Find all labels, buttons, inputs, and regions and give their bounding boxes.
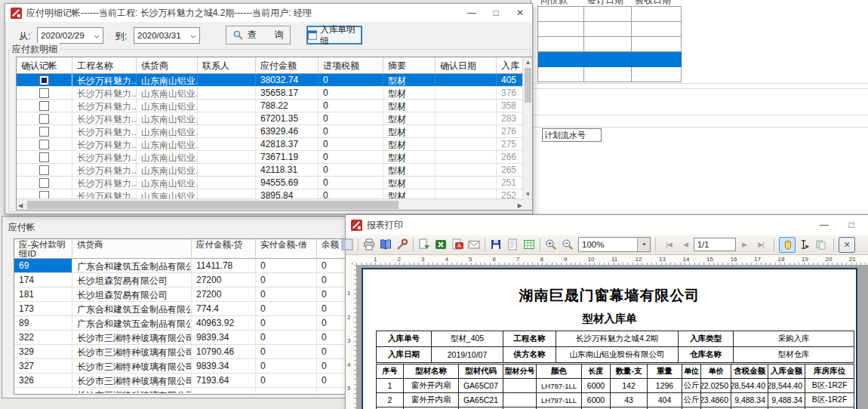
cell[interactable]: 长沙万科魅力... xyxy=(72,177,137,189)
checkbox-cell[interactable] xyxy=(17,112,72,125)
chevron-down-icon[interactable] xyxy=(637,238,650,251)
column-header[interactable]: 入库 xyxy=(497,57,524,73)
column-header[interactable]: 应-实付款明细ID xyxy=(14,239,72,258)
table-row[interactable]: 长沙万科魅力...山东南山铝业...788.220型材358 xyxy=(17,100,524,112)
cell[interactable]: 0 xyxy=(256,374,317,387)
table-row[interactable] xyxy=(537,22,682,37)
cell[interactable] xyxy=(198,125,256,137)
cell[interactable]: 405 xyxy=(497,74,524,86)
cell[interactable]: 251 xyxy=(497,177,524,189)
cell[interactable]: 73671.19 xyxy=(256,151,319,163)
cell[interactable]: 山东南山铝业... xyxy=(137,138,198,150)
cell[interactable]: 0 xyxy=(256,331,317,344)
cell[interactable] xyxy=(436,100,497,112)
cell[interactable]: 0 xyxy=(256,345,317,358)
cell[interactable]: 69 xyxy=(14,259,72,272)
column-header[interactable]: 确认日期 xyxy=(436,57,497,73)
column-header[interactable]: 应付金额 xyxy=(256,57,319,73)
checkbox[interactable] xyxy=(39,88,49,98)
cell[interactable]: 长沙万科魅力... xyxy=(72,74,137,86)
cell[interactable]: 275 xyxy=(497,138,524,150)
cell[interactable]: 67201.35 xyxy=(256,112,319,125)
payable-window-titlebar[interactable]: 应付明细记帐------当前工程: 长沙万科魅力之城4.2期------当前用户… xyxy=(5,4,532,22)
table-row[interactable]: 69广东合和建筑五金制品有限公司11411.7800 xyxy=(14,259,346,273)
zoom-out-icon[interactable] xyxy=(559,237,576,253)
cell[interactable]: 型材 xyxy=(383,100,436,112)
cell[interactable]: 376 xyxy=(497,87,524,99)
table-row[interactable]: 327长沙市三湘特种玻璃有限公司9839.3400 xyxy=(14,359,346,374)
cell[interactable]: 型材 xyxy=(383,74,436,86)
horizontal-scrollbar[interactable]: ◀ ▶ xyxy=(17,198,533,210)
cell[interactable] xyxy=(436,112,497,125)
cell[interactable]: 0 xyxy=(317,331,346,344)
prev-page-button[interactable]: ◀ xyxy=(677,237,694,253)
checkbox-cell[interactable] xyxy=(17,125,72,137)
cell[interactable] xyxy=(436,125,497,137)
cell[interactable]: 94555.69 xyxy=(256,177,319,189)
save-icon[interactable] xyxy=(488,237,504,253)
cell[interactable]: 山东南山铝业... xyxy=(137,177,198,189)
cell[interactable]: 7193.64 xyxy=(192,374,256,387)
cell[interactable]: 42818.37 xyxy=(256,138,319,150)
hand-tool-button[interactable] xyxy=(779,237,796,253)
cell[interactable]: 10790.46 xyxy=(192,345,256,358)
cell[interactable]: 长沙万科魅力... xyxy=(72,164,137,176)
cell[interactable]: 0 xyxy=(319,177,383,189)
cell[interactable]: 长沙万科魅力... xyxy=(72,100,137,112)
scroll-right-icon[interactable]: ▶ xyxy=(518,202,522,209)
plan-serial-field[interactable]: 计划流水号 xyxy=(542,128,602,142)
panel-icon[interactable] xyxy=(339,237,356,253)
cell[interactable] xyxy=(584,52,632,67)
cell[interactable] xyxy=(632,37,682,52)
cell[interactable] xyxy=(198,164,256,176)
table-row[interactable]: 长沙万科魅力...山东南山铝业...94555.690型材251 xyxy=(17,177,524,189)
cell[interactable] xyxy=(632,7,682,22)
cell[interactable]: 山东南山铝业... xyxy=(137,112,198,125)
cell[interactable]: 27200 xyxy=(192,288,256,301)
cell[interactable]: 长沙万科魅力... xyxy=(72,138,137,150)
close-preview-button[interactable]: ✕ xyxy=(839,237,855,253)
checkbox-cell[interactable] xyxy=(17,164,72,176)
text-view-icon[interactable] xyxy=(504,237,521,253)
email-icon[interactable] xyxy=(466,237,482,253)
cell[interactable]: 0 xyxy=(256,316,317,330)
options-icon[interactable] xyxy=(394,237,411,253)
export-icon[interactable] xyxy=(416,237,432,253)
cell[interactable]: 63929.46 xyxy=(256,125,319,137)
cell[interactable] xyxy=(317,388,346,393)
report-window-titlebar[interactable]: 报表打印 xyxy=(346,215,868,235)
cell[interactable]: 0 xyxy=(319,100,383,112)
cell[interactable] xyxy=(198,100,256,112)
cell[interactable]: 174 xyxy=(14,273,72,287)
cell[interactable] xyxy=(198,177,256,189)
cell[interactable] xyxy=(632,22,682,37)
maximize-button[interactable]: □ xyxy=(842,216,860,234)
cell[interactable]: 山东南山铝业... xyxy=(137,164,198,176)
chevron-down-icon[interactable] xyxy=(91,30,103,41)
cell[interactable]: 0 xyxy=(317,259,346,272)
cell[interactable]: 358 xyxy=(497,100,524,112)
cell[interactable]: 0 xyxy=(317,302,346,315)
table-row[interactable]: 174长沙坦森贸易有限公司2720000 xyxy=(14,273,346,288)
cell[interactable]: 173 xyxy=(14,302,72,315)
pdf-export-icon[interactable]: A xyxy=(449,237,466,253)
cell[interactable]: 9839.34 xyxy=(192,331,256,344)
cell[interactable]: 长沙万科魅力... xyxy=(72,125,137,137)
cell[interactable]: 181 xyxy=(14,288,72,301)
cell[interactable] xyxy=(198,87,256,99)
text-select-tool-button[interactable] xyxy=(796,237,812,253)
cell[interactable]: 长沙坦森贸易有限公司 xyxy=(72,288,192,301)
cell[interactable] xyxy=(584,67,632,82)
cell[interactable]: 0 xyxy=(317,345,346,358)
table-row[interactable]: 长沙万科魅力...山东南山铝业...38032.740型材405 xyxy=(17,74,524,87)
cell[interactable] xyxy=(537,52,584,67)
preview-area[interactable]: 湖南巨晟门窗幕墙有限公司 型材入库单 入库单号型材_405工程名称长沙万科魅力之… xyxy=(356,265,868,409)
checkbox-cell[interactable] xyxy=(17,74,72,86)
from-date-combobox[interactable]: 2020/02/29 xyxy=(37,27,103,44)
cell[interactable]: 788.22 xyxy=(256,100,319,112)
page-number-input[interactable]: 1/1 xyxy=(694,238,736,251)
column-header[interactable]: 摘要 xyxy=(383,57,436,73)
table-row[interactable]: 长沙万科魅力...山东南山铝业...67201.350型材283 xyxy=(17,112,524,125)
checkbox-cell[interactable] xyxy=(17,87,72,99)
checkbox[interactable] xyxy=(39,152,49,162)
